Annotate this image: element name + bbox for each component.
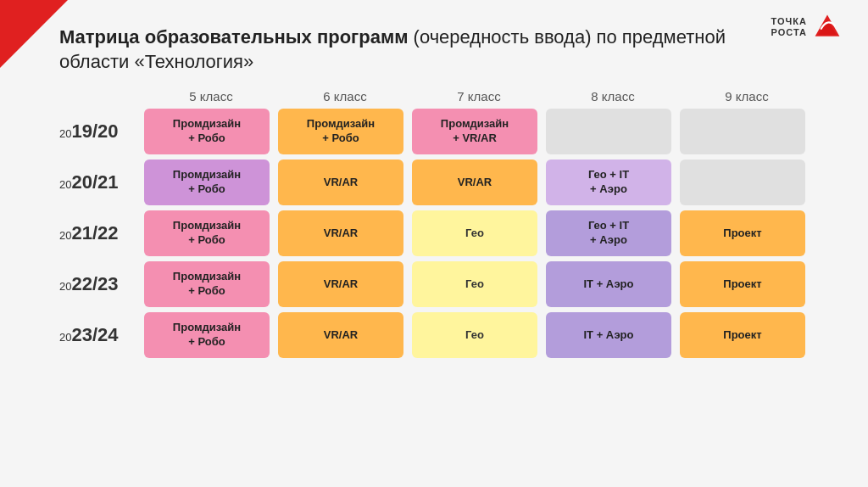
matrix-cell: Промдизайн + Робо	[144, 210, 270, 256]
matrix-cell: Промдизайн + Робо	[144, 160, 270, 205]
page: ТОЧКА РОСТА Матрица образовательных прог…	[0, 0, 868, 487]
matrix-cell	[546, 109, 671, 154]
matrix-cell: Промдизайн + Робо	[144, 261, 270, 307]
matrix-cell: Промдизайн + Робо	[144, 312, 270, 358]
matrix-cell: Проект	[680, 261, 805, 307]
table-row: 2020/21Промдизайн + РобоVR/ARVR/ARГео + …	[59, 160, 856, 205]
matrix-cell: VR/AR	[278, 261, 403, 307]
matrix-cell: IT + Аэро	[546, 312, 671, 358]
matrix-cell: Проект	[680, 210, 805, 256]
matrix-cell: Промдизайн + Робо	[278, 109, 403, 154]
row-label: 2023/24	[59, 324, 144, 346]
matrix-cell: Промдизайн + Робо	[144, 109, 270, 154]
column-header: 8 класс	[546, 89, 680, 104]
table-row: 2023/24Промдизайн + РобоVR/ARГеоIT + Аэр…	[59, 312, 856, 358]
matrix-cell: VR/AR	[278, 312, 403, 358]
logo-icon	[812, 12, 843, 42]
column-headers: 5 класс6 класс7 класс8 класс9 класс	[144, 89, 856, 104]
matrix-table: 5 класс6 класс7 класс8 класс9 класс 2019…	[59, 89, 856, 358]
table-row: 2019/20Промдизайн + РобоПромдизайн + Роб…	[59, 109, 856, 154]
row-label: 2021/22	[59, 222, 144, 244]
red-triangle-decoration	[0, 0, 68, 68]
matrix-cell	[680, 160, 805, 205]
matrix-cell: Гео	[412, 261, 537, 307]
row-label: 2022/23	[59, 273, 144, 295]
logo-text: ТОЧКА РОСТА	[771, 16, 807, 38]
matrix-cell: Гео	[412, 210, 537, 256]
column-header: 5 класс	[144, 89, 278, 104]
matrix-cell: Гео + IT + Аэро	[546, 160, 671, 205]
matrix-cell: IT + Аэро	[546, 261, 671, 307]
matrix-cell: Проект	[680, 312, 805, 358]
matrix-cell	[680, 109, 805, 154]
table-body: 2019/20Промдизайн + РобоПромдизайн + Роб…	[59, 109, 856, 358]
table-row: 2021/22Промдизайн + РобоVR/ARГеоГео + IT…	[59, 210, 856, 256]
row-label: 2019/20	[59, 120, 144, 143]
matrix-cell: Гео + IT + Аэро	[546, 210, 671, 256]
row-label: 2020/21	[59, 171, 144, 193]
matrix-cell: VR/AR	[412, 160, 537, 205]
logo-area: ТОЧКА РОСТА	[771, 12, 843, 42]
table-row: 2022/23Промдизайн + РобоVR/ARГеоIT + Аэр…	[59, 261, 856, 307]
column-header: 6 класс	[278, 89, 412, 104]
matrix-cell: VR/AR	[278, 160, 403, 205]
matrix-cell: VR/AR	[278, 210, 403, 256]
header: Матрица образовательных программ (очеред…	[59, 25, 754, 74]
column-header: 7 класс	[412, 89, 546, 104]
page-title: Матрица образовательных программ (очеред…	[59, 25, 754, 74]
matrix-cell: Гео	[412, 312, 537, 358]
matrix-cell: Промдизайн + VR/AR	[412, 109, 537, 154]
column-header: 9 класс	[680, 89, 814, 104]
